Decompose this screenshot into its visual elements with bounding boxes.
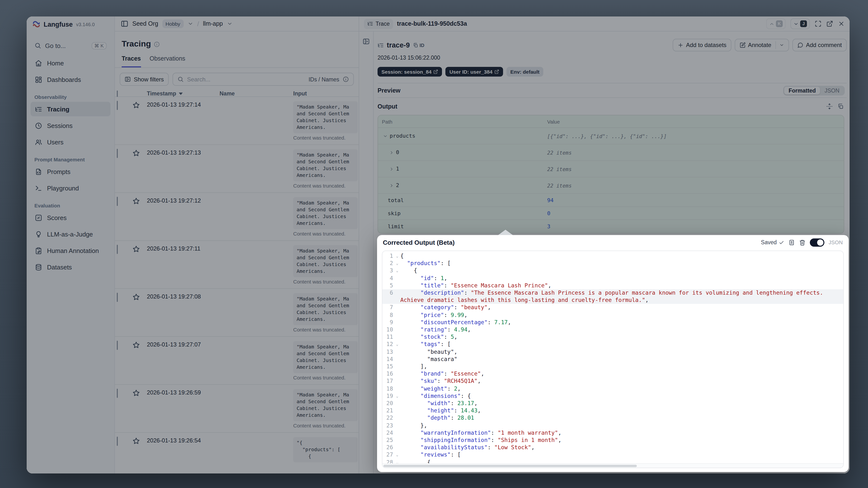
code-text: "dimensions": { [400, 393, 843, 400]
line-number: 17 [382, 378, 394, 385]
line-number: 4 [382, 275, 394, 282]
line-number: 27 [382, 451, 394, 459]
line-number: 14 [382, 356, 394, 363]
json-toggle[interactable] [810, 238, 824, 246]
code-line: 23 }, [382, 422, 843, 429]
code-line: 8 "price": 9.99, [382, 311, 843, 318]
code-line: 1⌄{ [382, 252, 843, 260]
code-line: 15 ], [382, 363, 843, 370]
fold-spacer [394, 378, 400, 385]
code-line: 11 "stock": 5, [382, 333, 843, 341]
line-number: 18 [382, 385, 394, 392]
code-line: 12⌄ "tags": [ [382, 341, 843, 348]
fold-toggle-icon[interactable]: ⌄ [394, 341, 400, 348]
code-text: "discountPercentage": 7.17, [400, 319, 843, 326]
fold-spacer [394, 348, 400, 356]
code-line: 6 "description": "The Essence Mascara La… [382, 289, 843, 304]
fold-spacer [394, 363, 400, 370]
line-number: 1 [382, 252, 394, 260]
code-text: "mascara" [400, 356, 843, 363]
line-number: 19 [382, 393, 394, 400]
fold-spacer [394, 289, 400, 304]
code-text: "warrantyInformation": "1 month warranty… [400, 429, 843, 437]
corrected-output-header: Corrected Output (Beta) Saved JSON [377, 235, 848, 250]
panel-pointer-arrow [498, 230, 513, 235]
line-number: 5 [382, 282, 394, 289]
code-text: "width": 23.17, [400, 400, 843, 407]
fold-toggle-icon[interactable]: ⌄ [394, 393, 400, 400]
file-diff-icon[interactable] [788, 239, 795, 245]
code-text: "rating": 4.94, [400, 326, 843, 333]
code-text: "weight": 2, [400, 385, 843, 392]
trash-icon[interactable] [799, 239, 805, 245]
line-number: 2 [382, 260, 394, 267]
line-number: 11 [382, 333, 394, 341]
line-number: 24 [382, 429, 394, 437]
code-text: "depth": 28.01 [400, 415, 843, 422]
code-line: 2⌄ "products": [ [382, 260, 843, 267]
fold-spacer [394, 311, 400, 318]
code-line: 21 "height": 14.43, [382, 407, 843, 415]
code-text: }, [400, 422, 843, 429]
code-line: 26 "availabilityStatus": "Low Stock", [382, 444, 843, 451]
fold-spacer [394, 333, 400, 341]
code-text: "reviews": [ [400, 451, 843, 459]
line-number: 15 [382, 363, 394, 370]
code-text: "shippingInformation": "Ships in 1 month… [400, 437, 843, 444]
code-line: 25 "shippingInformation": "Ships in 1 mo… [382, 437, 843, 444]
code-text: "id": 1, [400, 275, 843, 282]
code-text: "stock": 5, [400, 333, 843, 341]
code-text: "brand": "Essence", [400, 370, 843, 378]
fold-toggle-icon[interactable]: ⌄ [394, 260, 400, 267]
app-window: Langfuse v3.146.0 Go to... ⌘ K HomeDashb… [27, 17, 849, 474]
corrected-output-panel: Corrected Output (Beta) Saved JSON 1⌄{2⌄… [377, 235, 848, 472]
fold-toggle-icon[interactable]: ⌄ [394, 267, 400, 275]
code-line: 27⌄ "reviews": [ [382, 451, 843, 459]
fold-spacer [394, 304, 400, 311]
horizontal-scrollbar[interactable] [382, 463, 843, 468]
line-number: 20 [382, 400, 394, 407]
code-line: 24 "warrantyInformation": "1 month warra… [382, 429, 843, 437]
fold-spacer [394, 437, 400, 444]
code-text: { [400, 252, 843, 260]
fold-spacer [394, 370, 400, 378]
line-number: 23 [382, 422, 394, 429]
code-line: 16 "brand": "Essence", [382, 370, 843, 378]
code-text: "sku": "RCH45Q1A", [400, 378, 843, 385]
json-editor[interactable]: 1⌄{2⌄ "products": [3⌄ {4 "id": 1,5 "titl… [382, 250, 844, 468]
line-number: 9 [382, 319, 394, 326]
fold-spacer [394, 415, 400, 422]
code-line: 17 "sku": "RCH45Q1A", [382, 378, 843, 385]
code-text: "title": "Essence Mascara Lash Prince", [400, 282, 843, 289]
saved-status: Saved [761, 239, 784, 245]
code-line: 19⌄ "dimensions": { [382, 393, 843, 400]
code-text: "height": 14.43, [400, 407, 843, 415]
code-text: "price": 9.99, [400, 311, 843, 318]
fold-spacer [394, 319, 400, 326]
code-text: "category": "beauty", [400, 304, 843, 311]
code-line: 18 "weight": 2, [382, 385, 843, 392]
code-text: "beauty", [400, 348, 843, 356]
line-number: 3 [382, 267, 394, 275]
code-text: "availabilityStatus": "Low Stock", [400, 444, 843, 451]
fold-spacer [394, 326, 400, 333]
code-line: 20 "width": 23.17, [382, 400, 843, 407]
fold-spacer [394, 282, 400, 289]
code-line: 7 "category": "beauty", [382, 304, 843, 311]
line-number: 22 [382, 415, 394, 422]
fold-toggle-icon[interactable]: ⌄ [394, 451, 400, 459]
line-number: 12 [382, 341, 394, 348]
code-line: 5 "title": "Essence Mascara Lash Prince"… [382, 282, 843, 289]
fold-spacer [394, 400, 400, 407]
code-line: 3⌄ { [382, 267, 843, 275]
code-text: "tags": [ [400, 341, 843, 348]
code-text: ], [400, 363, 843, 370]
line-number: 8 [382, 311, 394, 318]
json-toggle-label: JSON [829, 239, 843, 245]
fold-toggle-icon[interactable]: ⌄ [394, 252, 400, 260]
code-text: "products": [ [400, 260, 843, 267]
code-line: 10 "rating": 4.94, [382, 326, 843, 333]
code-text: { [400, 267, 843, 275]
fold-spacer [394, 422, 400, 429]
line-number: 26 [382, 444, 394, 451]
